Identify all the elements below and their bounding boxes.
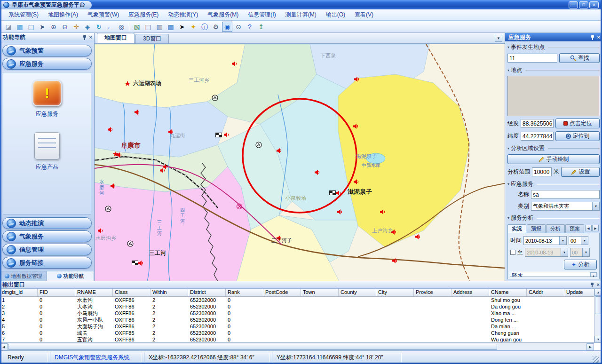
column-header[interactable]: FID (38, 289, 75, 296)
list-scrollbar[interactable]: ▲ ▼ (590, 272, 597, 277)
pin-icon[interactable] (590, 35, 595, 40)
latitude-input[interactable] (521, 132, 554, 141)
nav-bottom-tab-0[interactable]: 地图数据管理 (0, 271, 47, 281)
longitude-input[interactable] (521, 119, 554, 128)
map-tab-1[interactable]: 3D窗口 (135, 34, 169, 43)
table-row[interactable]: 10水磨沟OXFF8626523020000Shui mo gou (0, 297, 602, 303)
image-icon[interactable]: ▤ (143, 22, 153, 32)
service-tab-3[interactable]: 预案 (565, 224, 584, 233)
locate-to-button[interactable]: 定位到 (555, 131, 600, 141)
nav-group-top-0[interactable]: 气象预警 (2, 45, 92, 56)
restore-button[interactable]: □ (579, 1, 588, 8)
table-row[interactable]: 60城关OXFF8526523020000Cheng guan (0, 330, 602, 336)
menu-item-4[interactable]: 动态推演(Y) (163, 9, 203, 20)
column-header[interactable]: District (188, 289, 226, 296)
settings-gear-icon[interactable]: ⚙ (211, 22, 221, 32)
table-row[interactable]: 20大冬沟OXFF8626523020000Da dong gou (0, 303, 602, 310)
column-header[interactable]: Address (452, 289, 489, 296)
menu-item-8[interactable]: 输出(O) (321, 9, 350, 20)
pointer-arrow-icon[interactable]: ➤ (37, 22, 48, 32)
eraser-icon[interactable]: ◪ (3, 22, 14, 32)
scroll-thumb[interactable] (8, 344, 497, 350)
nav-group-top-1[interactable]: 应急服务 (2, 58, 92, 70)
column-header[interactable]: Provice (414, 289, 452, 296)
column-header[interactable]: Class (113, 289, 150, 296)
select-black-icon[interactable]: ➤ (177, 22, 187, 32)
pan-hand-icon[interactable]: ✛ (71, 22, 81, 32)
zoom-in-icon[interactable]: ⊕ (48, 22, 59, 32)
menu-item-2[interactable]: 气象预警(W) (83, 9, 124, 20)
service-type-select[interactable]: 气象和洪水灾害 ▼ (531, 202, 600, 211)
map-canvas[interactable]: ★★ 六运湖农场三工河乡下西泉阜康市九运街滋泥泉子中新水库滋泥泉子小泉牧场上户沟… (95, 44, 505, 281)
pin-icon[interactable] (82, 35, 87, 40)
nav-group-bottom-0[interactable]: 动态推演 (2, 217, 92, 229)
to-checkbox[interactable] (510, 250, 515, 255)
table-row[interactable]: 70五官沟OXFF8626523020000Wu guan gou (0, 336, 602, 343)
end-hour-select[interactable]: 00▼ (570, 248, 590, 257)
map-tab-0[interactable]: 地图窗口 (97, 33, 135, 43)
eye-icon[interactable]: ⊙ (233, 22, 244, 32)
menu-item-7[interactable]: 测量计算(M) (281, 9, 321, 20)
back-arrow-icon[interactable]: ← (105, 22, 115, 32)
emergency-service-tile[interactable]: ! 应急服务 (32, 80, 62, 118)
scroll-right-icon[interactable]: ▶ (586, 343, 594, 350)
resize-grip[interactable] (593, 356, 599, 363)
column-header[interactable]: City (376, 289, 414, 296)
column-header[interactable]: Rank (226, 289, 263, 296)
analysis-item[interactable]: 降水 (510, 272, 590, 277)
refresh-icon[interactable]: ↻ (94, 22, 104, 32)
nav-bottom-tab-1[interactable]: 功能导航 (47, 271, 94, 281)
tab-next-icon[interactable]: ▶ (592, 225, 599, 231)
service-tab-2[interactable]: 分析 (546, 224, 565, 233)
column-header[interactable]: Within (150, 289, 188, 296)
table-row[interactable]: 50大面场子沟OXFF8626523020000Da mian ... (0, 323, 602, 330)
close-button[interactable]: × (589, 1, 599, 8)
horizontal-scrollbar[interactable]: ◀ ▶ (0, 342, 594, 350)
select-add-icon[interactable]: ▦ (15, 22, 25, 32)
service-tab-0[interactable]: 实况 (507, 224, 526, 233)
menu-item-0[interactable]: 系统管理(S) (4, 9, 43, 20)
menu-item-1[interactable]: 地图操作(A) (43, 9, 83, 20)
identify-icon[interactable]: ◎ (116, 22, 127, 32)
full-extent-icon[interactable]: ◈ (82, 22, 93, 32)
set-range-button[interactable]: 设置 (561, 167, 600, 177)
select-rect-icon[interactable]: ▢ (26, 22, 36, 32)
emergency-product-tile[interactable]: 应急产品 (34, 132, 60, 171)
zoom-out-icon[interactable]: ⊖ (60, 22, 70, 32)
layers-icon[interactable]: ▥ (154, 22, 165, 32)
scroll-up-icon[interactable]: ▲ (590, 272, 597, 277)
menu-item-6[interactable]: 信息管理(I) (243, 9, 280, 20)
place-list[interactable] (507, 76, 600, 116)
minimize-button[interactable]: — (569, 1, 578, 8)
close-icon[interactable]: × (597, 35, 600, 40)
service-tab-1[interactable]: 预报 (527, 224, 546, 233)
analysis-range-input[interactable] (532, 167, 552, 176)
nav-group-bottom-2[interactable]: 信息管理 (2, 244, 92, 255)
close-icon[interactable]: × (597, 282, 600, 287)
help-icon[interactable]: ? (245, 22, 255, 32)
close-icon[interactable]: × (89, 35, 92, 40)
info-icon[interactable]: ⓘ (199, 22, 210, 32)
nav-group-bottom-1[interactable]: 气象服务 (2, 230, 92, 242)
column-header[interactable]: CName (489, 289, 527, 296)
menu-item-5[interactable]: 气象服务(M) (203, 9, 243, 20)
tab-prev-icon[interactable]: ◀ (585, 225, 592, 231)
column-header[interactable]: RNAME (75, 289, 113, 296)
column-header[interactable]: CAddr (527, 289, 564, 296)
menu-item-9[interactable]: 查看(V) (350, 9, 378, 20)
column-header[interactable]: dmgis_id (0, 289, 38, 296)
analysis-item-list[interactable]: 降水空气温度 ▲ ▼ (510, 272, 597, 277)
export-icon[interactable]: ↥ (256, 22, 266, 32)
start-hour-select[interactable]: 00▼ (569, 236, 588, 245)
column-header[interactable]: County (339, 289, 376, 296)
map-export-icon[interactable]: ▧ (132, 22, 142, 32)
table-row[interactable]: 40东风一小队OXFF8626523020000Dong fen ... (0, 317, 602, 323)
start-date-select[interactable]: 2010-08-13▼ (523, 236, 567, 245)
column-header[interactable]: Town (301, 289, 339, 296)
search-button[interactable]: 查找 (559, 53, 600, 63)
click-locate-button[interactable]: 点击定位 (555, 119, 600, 128)
tab-overflow-button[interactable]: ▼ (495, 35, 502, 42)
manual-draw-button[interactable]: 手动绘制 (507, 154, 600, 164)
column-header[interactable]: PostCode (263, 289, 301, 296)
tip-bulb-icon[interactable]: ✦ (188, 22, 198, 32)
